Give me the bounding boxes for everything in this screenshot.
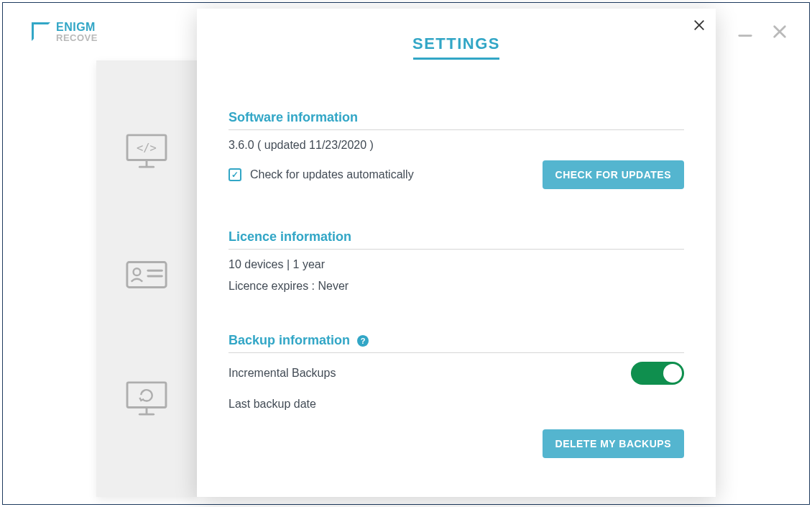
close-window-icon[interactable] (772, 24, 788, 40)
auto-update-label: Check for updates automatically (250, 168, 414, 181)
delete-backups-button[interactable]: DELETE MY BACKUPS (543, 429, 684, 458)
settings-modal: SETTINGS Software information 3.6.0 ( up… (197, 9, 716, 497)
software-row: ✓ Check for updates automatically CHECK … (229, 160, 684, 189)
logo-mark-icon (32, 22, 50, 41)
licence-section: Licence information 10 devices | 1 year … (229, 229, 684, 293)
backup-section: Backup information ? Incremental Backups… (229, 333, 684, 458)
licence-heading: Licence information (229, 229, 684, 250)
auto-update-row[interactable]: ✓ Check for updates automatically (229, 168, 414, 181)
software-version: 3.6.0 ( updated 11/23/2020 ) (229, 139, 684, 152)
software-section: Software information 3.6.0 ( updated 11/… (229, 110, 684, 189)
backup-heading: Backup information ? (229, 333, 684, 353)
software-heading: Software information (229, 110, 684, 130)
svg-text:</>: </> (137, 142, 157, 155)
svg-rect-11 (127, 383, 166, 408)
minimize-icon[interactable] (737, 24, 753, 40)
help-icon[interactable]: ? (357, 335, 369, 347)
sidebar: </> (96, 60, 197, 497)
backup-monitor-icon[interactable] (124, 380, 169, 417)
incremental-row: Incremental Backups (229, 362, 684, 385)
app-window: ENIGM RECOVE </> (2, 2, 810, 505)
svg-rect-7 (127, 262, 166, 288)
check-updates-button[interactable]: CHECK FOR UPDATES (543, 160, 684, 189)
logo-text: ENIGM RECOVE (56, 22, 98, 42)
svg-point-8 (134, 268, 141, 275)
modal-title: SETTINGS (229, 35, 684, 53)
delete-row: DELETE MY BACKUPS (229, 429, 684, 458)
window-controls (737, 24, 788, 40)
last-backup-label: Last backup date (229, 398, 684, 411)
title-underline (413, 58, 499, 60)
licence-expires: Licence expires : Never (229, 280, 684, 293)
app-logo: ENIGM RECOVE (32, 22, 98, 42)
licence-card-icon[interactable] (124, 256, 169, 293)
incremental-toggle[interactable] (631, 362, 684, 385)
logo-line2: RECOVE (56, 33, 98, 42)
close-icon[interactable] (693, 19, 706, 32)
auto-update-checkbox[interactable]: ✓ (229, 168, 241, 181)
logo-line1: ENIGM (56, 21, 96, 33)
incremental-label: Incremental Backups (229, 367, 336, 380)
software-monitor-icon[interactable]: </> (124, 132, 169, 170)
backup-heading-text: Backup information (229, 333, 350, 348)
toggle-knob (663, 364, 682, 383)
licence-summary: 10 devices | 1 year (229, 258, 684, 271)
